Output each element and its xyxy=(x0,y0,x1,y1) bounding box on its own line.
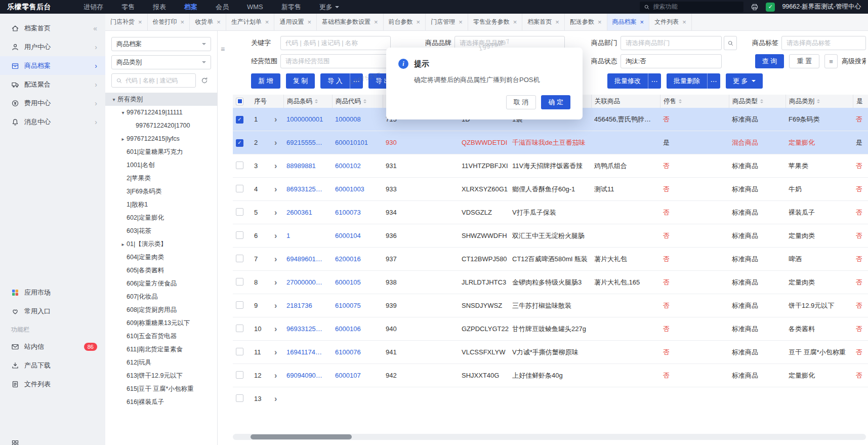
tree-item[interactable]: 2|苹果类 xyxy=(105,172,217,185)
tree-item[interactable]: 603|花茶 xyxy=(105,224,217,237)
cell-code[interactable]: 6000104 xyxy=(332,232,383,239)
tree-item[interactable]: 611|南北货定量素食 xyxy=(105,343,217,356)
tree-item[interactable]: 615|豆干 豆腐*小包称重 xyxy=(105,382,217,395)
tree-item[interactable]: 608|定货厨房用品 xyxy=(105,303,217,316)
status-select[interactable] xyxy=(621,54,722,68)
sidebar-item[interactable]: 站内信 86 xyxy=(0,337,105,356)
more-options-icon[interactable]: ⋯ xyxy=(648,73,661,89)
close-icon[interactable]: × xyxy=(640,18,644,26)
tree-item[interactable]: ▸ 99767122415|lyfcs xyxy=(105,132,217,145)
close-icon[interactable]: × xyxy=(682,18,686,26)
batch-delete-button[interactable]: 批量删除 ⋯ xyxy=(667,73,720,89)
close-icon[interactable]: × xyxy=(598,18,602,26)
cell-barcode[interactable]: 16941174… xyxy=(283,348,332,356)
expand-row-icon[interactable]: › xyxy=(274,162,277,170)
query-button[interactable]: 查 询 xyxy=(755,54,784,68)
copy-button[interactable]: 复 制 xyxy=(286,73,315,89)
cell-barcode[interactable]: 69489601… xyxy=(283,255,332,263)
tree-item[interactable]: 613|饼干12.9元以下 xyxy=(105,369,217,382)
cell-code[interactable]: 6000107 xyxy=(332,372,383,379)
tab[interactable]: 门店管理 × xyxy=(426,14,468,30)
tree-item[interactable]: 606|定量方便食品 xyxy=(105,277,217,290)
table-row[interactable]: 12 › 69094090… 6000107 942 SHJXXT40G 上好佳… xyxy=(233,364,868,387)
expand-row-icon[interactable]: › xyxy=(274,395,277,403)
cell-barcode[interactable]: 2600361 xyxy=(283,209,332,216)
tag-select[interactable] xyxy=(781,36,866,50)
tab[interactable]: 零售业务参数 × xyxy=(468,14,523,30)
close-icon[interactable]: × xyxy=(417,18,421,26)
table-row[interactable]: 13 › xyxy=(233,387,868,402)
row-checkbox[interactable] xyxy=(236,116,243,124)
more-options-icon[interactable]: ⋯ xyxy=(707,73,720,89)
tab[interactable]: 收货单 × xyxy=(190,14,226,30)
add-button[interactable]: 新 增 xyxy=(251,73,280,89)
header-barcode[interactable]: 商品条码 xyxy=(283,95,332,108)
import-button[interactable]: 导 入 ⋯ xyxy=(320,73,363,89)
table-row[interactable]: 10 › 96933125… 6000106 940 GZPDCLYGT22 甘… xyxy=(233,317,868,341)
header-type[interactable]: 商品类型 xyxy=(729,95,786,108)
cell-code[interactable]: 6000102 xyxy=(332,162,383,170)
sidebar-item[interactable]: 配送聚合 › xyxy=(0,75,105,94)
sidebar-item[interactable]: 档案首页 « xyxy=(0,19,105,37)
table-row[interactable]: 4 › 86933125… 60001003 933 XLRXSYZ60G1 鄉… xyxy=(233,178,868,201)
sidebar-item[interactable]: 消息中心 › xyxy=(0,112,105,131)
cell-code[interactable]: 6100073 xyxy=(332,209,383,216)
import-label[interactable]: 导 入 xyxy=(320,73,350,89)
tab[interactable]: 文件列表 × xyxy=(649,14,692,30)
row-checkbox[interactable] xyxy=(236,371,243,379)
scope-select[interactable] xyxy=(280,54,391,68)
tab[interactable]: 档案首页 × xyxy=(522,14,565,30)
more-options-icon[interactable]: ⋯ xyxy=(350,73,363,89)
filter-settings-icon[interactable]: ≡ xyxy=(824,54,838,68)
close-icon[interactable]: × xyxy=(307,18,311,26)
merchant-app-icon[interactable]: ✓ xyxy=(766,3,775,12)
caret-icon[interactable]: ▾ xyxy=(119,110,127,115)
more-button[interactable]: 更 多 xyxy=(726,73,763,89)
tree-item[interactable]: 605|各类酱料 xyxy=(105,264,217,277)
tree-item[interactable]: ▾ 99767122419|11111 xyxy=(105,106,217,119)
row-checkbox[interactable] xyxy=(236,208,243,216)
advanced-search-link[interactable]: 高级搜索 xyxy=(842,57,866,66)
scrollbar-thumb[interactable] xyxy=(251,434,352,439)
tab[interactable]: 通用设置 × xyxy=(274,14,317,30)
global-search-input[interactable]: 搜索功能 xyxy=(640,2,743,12)
tree-item[interactable]: 3|F69条码类 xyxy=(105,185,217,198)
tree-item[interactable]: 601|定量糖果巧克力 xyxy=(105,145,217,158)
tree-item[interactable]: ▸ 01|【演示类】 xyxy=(105,237,217,251)
expand-row-icon[interactable]: › xyxy=(274,209,277,217)
tree-item[interactable]: 604|定量肉类 xyxy=(105,251,217,264)
tree-item[interactable]: 99767122420|1700 xyxy=(105,119,217,132)
expand-row-icon[interactable]: › xyxy=(274,372,277,380)
tree-item[interactable]: 612|玩具 xyxy=(105,356,217,369)
cell-code[interactable]: 6200016 xyxy=(332,255,383,263)
expand-row-icon[interactable]: › xyxy=(274,348,277,356)
tab[interactable]: 配送参数 × xyxy=(565,14,607,30)
tree-item[interactable]: ▾ 所有类别 xyxy=(105,93,217,106)
cell-barcode[interactable]: 69215555… xyxy=(283,139,332,146)
sort-icon[interactable] xyxy=(760,98,763,105)
cell-barcode[interactable]: 2181736 xyxy=(283,302,332,309)
row-checkbox[interactable] xyxy=(236,231,243,239)
row-checkbox[interactable] xyxy=(236,301,243,309)
sidebar-item[interactable]: 费用中心 › xyxy=(0,94,105,112)
tree-item[interactable]: 602|定量膨化 xyxy=(105,211,217,224)
cell-code[interactable]: 6000106 xyxy=(332,325,383,333)
cancel-button[interactable]: 取 消 xyxy=(506,95,536,109)
top-menu-item[interactable]: 新零售 xyxy=(281,0,301,14)
cell-code[interactable]: 60001003 xyxy=(332,185,383,193)
category-mode-select[interactable]: 商品类别 xyxy=(111,55,211,69)
batch-edit-label[interactable]: 批量修改 xyxy=(607,73,648,89)
row-checkbox[interactable] xyxy=(236,161,243,169)
sort-icon[interactable] xyxy=(679,98,682,105)
tab[interactable]: 商品档案 × xyxy=(607,14,650,30)
sort-icon[interactable] xyxy=(315,98,318,105)
table-row[interactable]: 5 › 2600361 6100073 934 VDSGZLZ V打手瓜子保装 … xyxy=(233,201,868,224)
sidebar-item[interactable]: 文件列表 xyxy=(0,375,105,393)
expand-row-icon[interactable]: › xyxy=(274,278,277,287)
cell-barcode[interactable]: 1 xyxy=(283,232,332,239)
expand-row-icon[interactable]: › xyxy=(274,255,277,263)
close-icon[interactable]: × xyxy=(459,18,463,26)
cell-code[interactable]: 6100075 xyxy=(332,302,383,309)
tree-search-input[interactable]: 代码 | 名称 | 速记码 xyxy=(111,73,196,88)
row-checkbox[interactable] xyxy=(236,394,243,402)
